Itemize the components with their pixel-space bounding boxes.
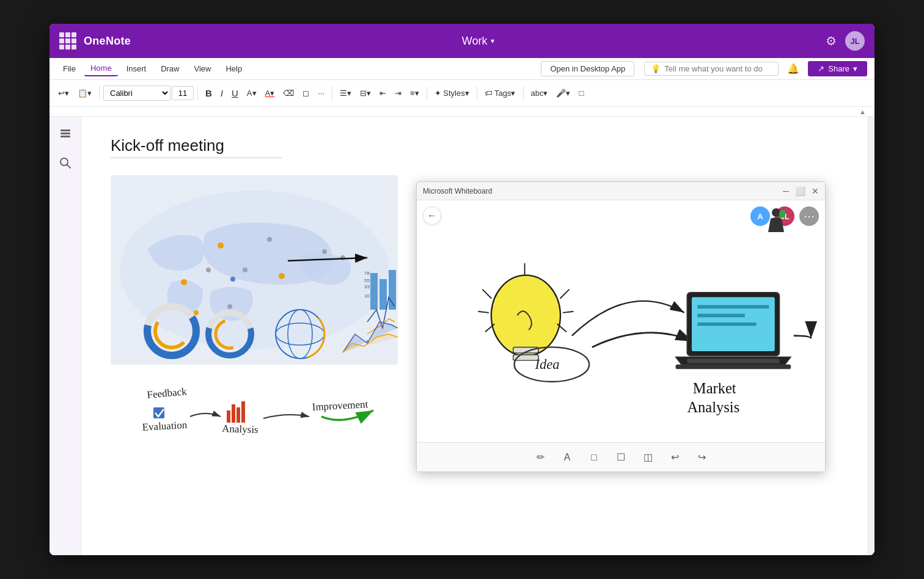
font-color-button[interactable]: A▾ [262, 86, 279, 100]
svg-rect-45 [241, 401, 245, 423]
undo-button[interactable]: ↩▾ [54, 86, 73, 100]
underline-button[interactable]: U [228, 86, 242, 101]
spell-button[interactable]: abc▾ [527, 86, 552, 100]
wb-titlebar: Microsoft Whiteboard ─ ⬜ ✕ [417, 182, 825, 200]
svg-line-4 [67, 165, 70, 169]
settings-icon[interactable]: ⚙ [826, 34, 837, 48]
immersive-button[interactable]: □ [575, 86, 587, 100]
collapse-icon: ▲ [859, 108, 866, 115]
app-grid-icon[interactable] [59, 32, 76, 49]
svg-point-8 [267, 237, 272, 242]
svg-line-55 [479, 311, 488, 313]
svg-text:Idea: Idea [535, 357, 560, 372]
svg-text:Improvement: Improvement [312, 398, 369, 413]
svg-point-7 [218, 242, 224, 249]
bold-button[interactable]: B [202, 86, 216, 101]
styles-button[interactable]: ✦ Styles▾ [431, 86, 473, 100]
toolbar: ↩▾ 📋▾ Calibri B I U A▾ A▾ ⌫ ◻ ··· ☰▾ ⊟▾ … [50, 80, 875, 107]
clipboard-button[interactable]: 📋▾ [74, 86, 95, 100]
toolbar-divider-5 [477, 86, 477, 101]
search-box[interactable]: 💡 [644, 62, 779, 76]
svg-rect-20 [370, 273, 378, 310]
open-desktop-button[interactable]: Open in Desktop App [541, 61, 634, 76]
svg-text:Feedback: Feedback [147, 385, 188, 401]
notebook-title-text: Work [462, 35, 488, 48]
wb-content: ← A JL ⋯ [417, 200, 825, 472]
clear-format-button[interactable]: ◻ [299, 86, 313, 100]
app-window: OneNote Work ▾ ⚙ JL File Home Insert Dra… [50, 24, 875, 555]
menu-draw[interactable]: Draw [155, 62, 185, 76]
svg-point-14 [243, 268, 248, 272]
svg-text:Market: Market [693, 380, 736, 396]
align-button[interactable]: ≡▾ [406, 86, 423, 100]
svg-rect-1 [61, 133, 70, 134]
more-button[interactable]: ··· [314, 86, 328, 100]
user-avatar[interactable]: JL [845, 31, 865, 51]
search-input[interactable] [664, 64, 772, 73]
wb-win-controls: ─ ⬜ ✕ [783, 187, 819, 195]
title-bar-left: OneNote [59, 32, 131, 49]
wb-minimize-button[interactable]: ─ [783, 187, 789, 195]
menu-home[interactable]: Home [84, 61, 118, 76]
wb-pen-tool[interactable]: ✏ [532, 449, 549, 466]
wb-shape-tool[interactable]: □ [585, 449, 603, 466]
wb-bottom-toolbar: ✏ A □ ☐ ◫ ↩ ↪ [417, 442, 825, 472]
wb-restore-button[interactable]: ⬜ [795, 187, 805, 195]
font-selector[interactable]: Calibri [103, 86, 170, 101]
dictate-button[interactable]: 🎤▾ [552, 86, 574, 100]
svg-point-11 [206, 268, 211, 272]
svg-text:33: 33 [364, 284, 370, 290]
note-content: 78 55 33 10 $ [111, 175, 838, 365]
erase-format-button[interactable]: ⌫ [279, 86, 298, 100]
wb-close-button[interactable]: ✕ [812, 187, 819, 195]
font-size-input[interactable] [172, 86, 194, 100]
svg-line-54 [483, 290, 491, 298]
toolbar-divider-1 [99, 86, 100, 101]
handwritten-notes: Feedback Evaluation [111, 377, 459, 456]
toolbar-collapse[interactable]: ▲ [50, 107, 875, 117]
title-bar-center: Work ▾ [131, 35, 826, 48]
share-button[interactable]: ↗ Share ▾ [808, 61, 867, 76]
svg-rect-42 [227, 410, 230, 423]
scrollbar[interactable] [867, 117, 875, 555]
sidebar [50, 117, 81, 555]
sidebar-notebooks-icon[interactable] [56, 124, 75, 144]
highlight-button[interactable]: A▾ [243, 86, 260, 100]
content-area: Kick-off meeting [50, 117, 875, 555]
menu-file[interactable]: File [57, 62, 82, 76]
wb-undo-tool[interactable]: ↩ [666, 449, 683, 466]
menu-view[interactable]: View [188, 62, 218, 76]
svg-text:Evaluation: Evaluation [142, 419, 188, 433]
wb-image-tool[interactable]: ☐ [612, 449, 629, 466]
dashboard-image: 78 55 33 10 $ [111, 175, 398, 365]
numbered-list-button[interactable]: ⊟▾ [356, 86, 375, 100]
increase-indent-button[interactable]: ⇥ [391, 86, 405, 100]
svg-line-58 [563, 311, 573, 313]
lightbulb-icon: 💡 [651, 64, 661, 73]
menu-help[interactable]: Help [219, 62, 248, 76]
tags-button[interactable]: 🏷 Tags▾ [481, 86, 519, 100]
svg-rect-70 [687, 359, 779, 363]
decrease-indent-button[interactable]: ⇤ [376, 86, 390, 100]
share-icon: ↗ [818, 64, 824, 73]
wb-redo-tool[interactable]: ↪ [693, 449, 710, 466]
svg-text:Analysis: Analysis [222, 423, 258, 435]
app-name: OneNote [84, 35, 131, 48]
svg-point-13 [230, 277, 235, 282]
wb-text-tool[interactable]: A [559, 449, 576, 466]
svg-rect-43 [232, 404, 235, 423]
toolbar-divider-6 [523, 86, 524, 101]
svg-point-51 [491, 275, 560, 356]
notebook-title[interactable]: Work ▾ [462, 35, 495, 48]
svg-rect-0 [61, 129, 70, 131]
notification-icon[interactable]: 🔔 [787, 63, 799, 75]
menu-insert[interactable]: Insert [120, 62, 153, 76]
title-bar: OneNote Work ▾ ⚙ JL [50, 24, 875, 58]
italic-button[interactable]: I [217, 86, 227, 101]
whiteboard-window: Microsoft Whiteboard ─ ⬜ ✕ ← [416, 181, 826, 472]
sidebar-search-icon[interactable] [56, 153, 75, 173]
toolbar-divider-2 [197, 86, 198, 101]
bullet-list-button[interactable]: ☰▾ [336, 86, 355, 100]
wb-table-tool[interactable]: ◫ [639, 449, 656, 466]
share-label: Share [828, 64, 849, 73]
